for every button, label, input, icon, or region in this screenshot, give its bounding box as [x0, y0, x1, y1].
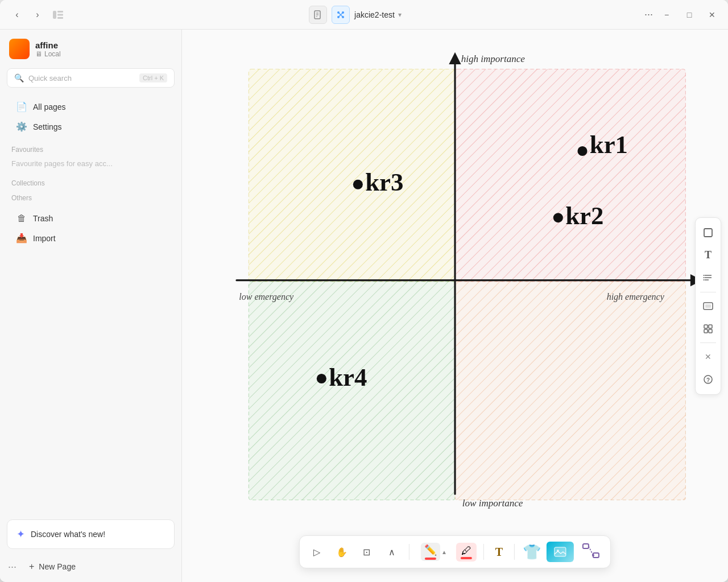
new-page-label: New Page: [39, 562, 76, 571]
svg-point-43: [592, 554, 594, 556]
pen-color-indicator: [425, 558, 436, 560]
discover-label: Discover what's new!: [31, 530, 105, 539]
titlebar-right: ··· − □ ✕: [644, 8, 719, 22]
svg-point-48: [704, 275, 705, 276]
favourites-section: Favourites: [0, 141, 181, 156]
bottom-toolbar: ▷ ✋ ⊡ ∧ ✏️ ▲ 🖊: [299, 535, 611, 568]
workspace-avatar: [9, 39, 30, 59]
svg-text:kr4: kr4: [329, 363, 367, 391]
import-icon: 📥: [16, 233, 27, 243]
svg-point-49: [704, 277, 705, 278]
sidebar-item-import[interactable]: 📥 Import: [5, 228, 177, 248]
sparkle-icon: ✦: [16, 528, 25, 540]
svg-text:kr3: kr3: [365, 168, 403, 196]
toolbar-separator-2: [483, 544, 484, 560]
doc-tool-button[interactable]: ⊡: [357, 542, 377, 562]
svg-rect-21: [455, 69, 685, 282]
help-button[interactable]: ?: [698, 369, 718, 390]
svg-rect-38: [555, 547, 566, 556]
title-chevron-icon: ▾: [398, 11, 402, 19]
search-icon: 🔍: [14, 73, 24, 82]
marker-color-indicator: [461, 557, 472, 559]
search-placeholder: Quick search: [28, 74, 135, 82]
discover-button[interactable]: ✦ Discover what's new!: [7, 519, 175, 549]
main-area: affine 🖥 Local 🔍 Quick search Ctrl + K 📄: [0, 30, 728, 582]
text-tool[interactable]: T: [491, 543, 507, 561]
sticker-tool[interactable]: 👕: [522, 542, 542, 562]
high-importance-label: high importance: [461, 53, 526, 64]
page-title-area[interactable]: jakcie2-test ▾: [354, 10, 402, 19]
sidebar-item-settings[interactable]: ⚙️ Settings: [5, 117, 177, 137]
page-title: jakcie2-test: [354, 10, 395, 19]
sidebar-item-trash[interactable]: 🗑 Trash: [5, 209, 177, 228]
sidebar: affine 🖥 Local 🔍 Quick search Ctrl + K 📄: [0, 30, 182, 582]
diagram-svg: high importance low importance low emerg…: [182, 30, 728, 582]
pen-icon: ✏️: [424, 544, 437, 556]
sidebar-bottom-row: ··· + New Page: [0, 556, 181, 582]
sidebar-item-all-pages[interactable]: 📄 All pages: [5, 97, 177, 117]
toolbar-separator-3: [514, 544, 515, 560]
play-button[interactable]: ▷: [307, 542, 327, 562]
svg-text:kr1: kr1: [590, 130, 628, 159]
monitor-icon: 🖥: [35, 50, 42, 58]
trash-label: Trash: [33, 214, 53, 223]
import-label: Import: [33, 234, 56, 243]
close-button[interactable]: ✕: [705, 8, 719, 22]
others-nav: 🗑 Trash 📥 Import: [0, 204, 181, 253]
frame-button[interactable]: [698, 222, 718, 243]
connector-tool[interactable]: [578, 540, 603, 563]
svg-point-36: [317, 374, 326, 383]
svg-rect-55: [704, 329, 708, 333]
workspace-info[interactable]: affine 🖥 Local: [9, 39, 61, 59]
svg-rect-25: [455, 282, 685, 500]
svg-rect-19: [249, 69, 455, 282]
right-panel-separator-1: [700, 292, 716, 292]
plus-icon: +: [29, 562, 34, 572]
svg-rect-2: [57, 14, 63, 15]
back-button[interactable]: ‹: [9, 7, 25, 23]
search-shortcut: Ctrl + K: [139, 73, 167, 82]
expand-button[interactable]: ∧: [382, 542, 402, 562]
marker-icon: 🖊: [461, 545, 471, 557]
more-options-button[interactable]: ···: [644, 9, 653, 20]
sidebar-footer: ✦ Discover what's new!: [0, 513, 181, 556]
trash-icon: 🗑: [16, 213, 27, 224]
svg-rect-0: [53, 11, 56, 19]
marker-tool[interactable]: 🖊: [456, 543, 477, 562]
text-insert-button[interactable]: T: [698, 245, 718, 266]
pages-icon: 📄: [16, 101, 27, 112]
sidebar-toggle-button[interactable]: [50, 7, 66, 23]
sidebar-more-btn[interactable]: ···: [2, 558, 22, 576]
low-emergency-label: low emergency: [239, 292, 294, 302]
hand-tool-button[interactable]: ✋: [332, 542, 352, 562]
pen-tool-group[interactable]: ✏️ ▲: [416, 540, 452, 563]
new-page-button[interactable]: + New Page: [22, 556, 179, 577]
grid-button[interactable]: [698, 319, 718, 339]
close-panel-button[interactable]: ✕: [698, 346, 718, 367]
doc-view-button[interactable]: [309, 6, 327, 24]
svg-rect-44: [704, 229, 712, 237]
maximize-button[interactable]: □: [682, 8, 696, 22]
titlebar: ‹ ›: [0, 0, 728, 30]
settings-label: Settings: [33, 122, 62, 131]
minimize-button[interactable]: −: [660, 8, 673, 22]
svg-rect-53: [704, 325, 708, 328]
settings-icon: ⚙️: [16, 121, 27, 132]
titlebar-center: jakcie2-test ▾: [309, 6, 402, 24]
forward-button[interactable]: ›: [30, 7, 46, 23]
search-bar[interactable]: 🔍 Quick search Ctrl + K: [7, 68, 175, 88]
pen-tool[interactable]: ✏️: [421, 543, 440, 561]
list-button[interactable]: [698, 268, 718, 288]
canvas-content: high importance low importance low emerg…: [182, 30, 728, 582]
edgeless-view-button[interactable]: [332, 6, 350, 24]
all-pages-label: All pages: [33, 102, 66, 112]
titlebar-left: ‹ ›: [9, 7, 66, 23]
svg-rect-1: [57, 11, 63, 13]
svg-rect-40: [583, 544, 589, 548]
canvas-area[interactable]: high importance low importance low emerg…: [182, 30, 728, 582]
pen-chevron-icon: ▲: [441, 549, 447, 555]
media-tool[interactable]: [547, 542, 574, 562]
embed-button[interactable]: [698, 296, 718, 316]
workspace-name: affine: [35, 40, 61, 50]
svg-text:?: ?: [706, 377, 710, 383]
